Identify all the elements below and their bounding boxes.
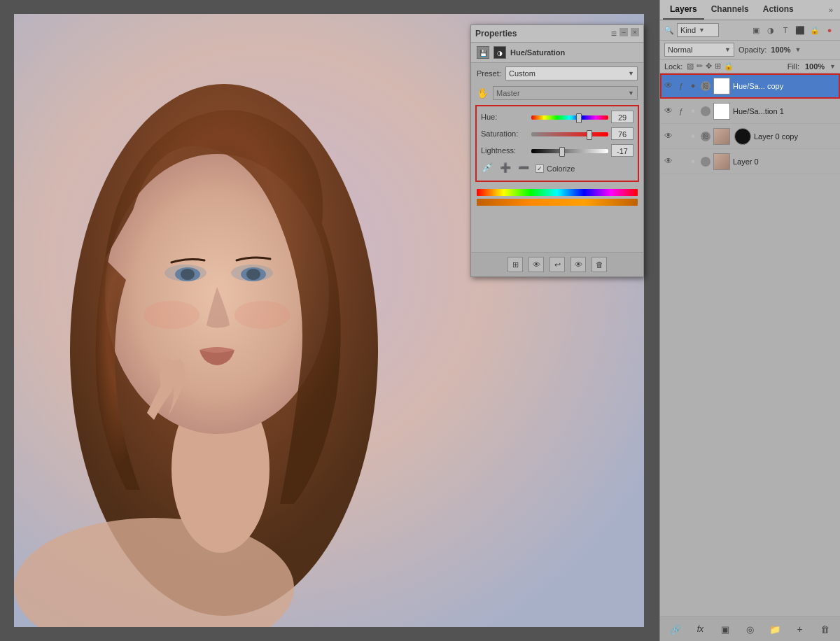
link-layers-btn[interactable]: 🔗 xyxy=(668,621,683,637)
hand-tool-icon[interactable]: ✋ xyxy=(477,87,489,99)
opacity-value[interactable]: 100% xyxy=(771,45,790,54)
lock-position-btn[interactable]: ✥ xyxy=(706,62,712,71)
color-bar-rainbow xyxy=(477,189,638,196)
hue-sat-title: Hue/Saturation xyxy=(510,48,565,57)
lock-transparent-btn[interactable]: ▨ xyxy=(687,62,694,71)
lock-all-btn[interactable]: 🔒 xyxy=(724,62,734,71)
toggle-visibility-btn[interactable]: 👁 xyxy=(570,257,586,272)
new-fill-adj-btn[interactable]: ◎ xyxy=(742,621,757,637)
fill-value[interactable]: 100% xyxy=(805,62,825,71)
lightness-value[interactable]: -17 xyxy=(611,144,634,157)
lock-icons: ▨ ✏ ✥ ⊞ 🔒 xyxy=(687,62,734,71)
layer-fx-hue-sat-1: ● xyxy=(688,106,698,116)
saturation-slider-container[interactable] xyxy=(531,127,608,140)
tab-channels[interactable]: Channels xyxy=(704,0,756,20)
layer-link-hue-sat-copy[interactable]: ƒ xyxy=(677,82,685,90)
preset-value: Custom xyxy=(509,69,536,78)
properties-title-bar: Properties xyxy=(475,29,517,38)
layer-name-hue-sat-copy: Hue/Sa... copy xyxy=(733,82,837,90)
preset-label: Preset: xyxy=(477,69,501,78)
channel-dropdown[interactable]: Master ▼ xyxy=(493,86,638,100)
filter-off-icon[interactable]: ● xyxy=(823,24,836,36)
lightness-slider-container[interactable] xyxy=(531,144,608,157)
channel-value: Master xyxy=(496,89,520,97)
hue-sat-toggle-icon[interactable]: ◑ xyxy=(493,46,506,59)
hue-sat-save-icon[interactable]: 💾 xyxy=(477,46,489,59)
hue-thumb[interactable] xyxy=(576,113,582,123)
hue-label: Hue: xyxy=(481,113,528,121)
saturation-value[interactable]: 76 xyxy=(611,127,634,140)
properties-menu-icon[interactable]: ≡ xyxy=(611,28,617,39)
layer-eye-hue-sat-copy[interactable]: 👁 xyxy=(663,80,674,92)
colorize-label[interactable]: ✓ Colorize xyxy=(536,164,575,173)
svg-point-10 xyxy=(246,269,260,280)
add-mask-btn[interactable]: ▣ xyxy=(718,621,733,637)
sample-icon[interactable]: 💉 xyxy=(481,162,493,175)
layer-item-hue-sat-copy[interactable]: 👁 ƒ ● ⛓ Hue/Sa... copy xyxy=(660,73,840,99)
new-layer-btn[interactable]: + xyxy=(792,621,808,637)
properties-controls: ≡ – × xyxy=(611,28,639,39)
lightness-thumb[interactable] xyxy=(559,147,565,157)
hue-slider-container[interactable] xyxy=(531,111,608,123)
layer-link-layer0 xyxy=(677,157,685,166)
preset-row: Preset: Custom ▼ xyxy=(471,63,643,84)
layer-chain-hue-sat-1 xyxy=(701,106,710,116)
layers-footer: 🔗 fx ▣ ◎ 📁 + 🗑 xyxy=(660,617,840,641)
filter-smart-icon[interactable]: 🔒 xyxy=(808,24,821,36)
reset-btn[interactable]: ↩ xyxy=(550,257,565,272)
layer-link-hue-sat-1[interactable]: ƒ xyxy=(677,107,685,115)
layer-thumb-photo-layer0-copy xyxy=(713,128,730,145)
filter-type-icon[interactable]: T xyxy=(779,24,792,36)
properties-minimize-btn[interactable]: – xyxy=(620,28,628,36)
channel-row: ✋ Master ▼ xyxy=(471,84,643,102)
layer-eye-layer0-copy[interactable]: 👁 xyxy=(663,131,674,142)
layer-eye-hue-sat-1[interactable]: 👁 xyxy=(663,106,674,117)
delete-adjustment-btn[interactable]: 🗑 xyxy=(592,257,607,272)
lightness-row: Lightness: -17 xyxy=(481,144,634,157)
layers-tabs: Layers Channels Actions » xyxy=(660,0,840,20)
blend-dropdown[interactable]: Normal ▼ xyxy=(664,43,734,57)
panel-expand-btn[interactable]: » xyxy=(825,3,837,17)
filter-adjustment-icon[interactable]: ◑ xyxy=(764,24,777,36)
saturation-label: Saturation: xyxy=(481,129,528,138)
delete-layer-btn[interactable]: 🗑 xyxy=(817,621,832,637)
lock-artboards-btn[interactable]: ⊞ xyxy=(715,62,721,71)
filter-search-icon: 🔍 xyxy=(664,26,674,35)
layers-spacer xyxy=(660,345,840,617)
preset-dropdown[interactable]: Custom ▼ xyxy=(505,66,638,80)
new-group-btn[interactable]: 📁 xyxy=(767,621,783,637)
tab-actions[interactable]: Actions xyxy=(756,0,801,20)
layer-fx-hue-sat-copy[interactable]: ● xyxy=(688,81,698,91)
opacity-chevron-icon: ▼ xyxy=(795,46,802,53)
tab-layers[interactable]: Layers xyxy=(663,0,704,20)
clip-to-layer-btn[interactable]: ⊞ xyxy=(507,257,523,272)
layer-fx-layer0: ● xyxy=(688,157,698,167)
filter-shape-icon[interactable]: ⬛ xyxy=(794,24,806,36)
properties-header: Properties ≡ – × xyxy=(471,25,643,43)
layer-link-layer0-copy xyxy=(677,132,685,141)
channel-chevron-icon: ▼ xyxy=(628,90,634,97)
colorize-checkbox[interactable]: ✓ xyxy=(536,164,544,173)
saturation-row: Saturation: 76 xyxy=(481,127,634,140)
layer-fx-btn[interactable]: fx xyxy=(692,621,708,637)
view-previous-btn[interactable]: 👁 xyxy=(528,257,544,272)
filter-pixel-icon[interactable]: ▣ xyxy=(750,24,762,36)
layer-thumb-layer0 xyxy=(713,153,730,170)
layers-panel: Layers Channels Actions » 🔍 Kind ▼ ▣ ◑ T… xyxy=(659,0,840,641)
sample-plus-icon[interactable]: ➕ xyxy=(499,162,512,175)
color-bar-orange xyxy=(477,199,638,206)
properties-title: Properties xyxy=(475,29,517,38)
layer-item-hue-sat-1[interactable]: 👁 ƒ ● Hue/Sa...tion 1 xyxy=(660,99,840,124)
sample-minus-icon[interactable]: ➖ xyxy=(517,162,530,175)
hue-sat-header: 💾 ◑ Hue/Saturation xyxy=(471,43,643,63)
layer-item-layer0-copy[interactable]: 👁 ● ⛓ Layer 0 copy xyxy=(660,124,840,149)
lock-pixels-btn[interactable]: ✏ xyxy=(696,62,703,71)
properties-close-btn[interactable]: × xyxy=(631,28,639,36)
saturation-thumb[interactable] xyxy=(587,130,592,140)
kind-dropdown[interactable]: Kind ▼ xyxy=(677,23,719,37)
layer-chain-layer0 xyxy=(701,157,710,167)
layer-item-layer0[interactable]: 👁 ● Layer 0 xyxy=(660,149,840,174)
layer-chain-layer0-copy: ⛓ xyxy=(701,132,710,141)
layer-eye-layer0[interactable]: 👁 xyxy=(663,156,674,167)
hue-value[interactable]: 29 xyxy=(611,111,634,123)
